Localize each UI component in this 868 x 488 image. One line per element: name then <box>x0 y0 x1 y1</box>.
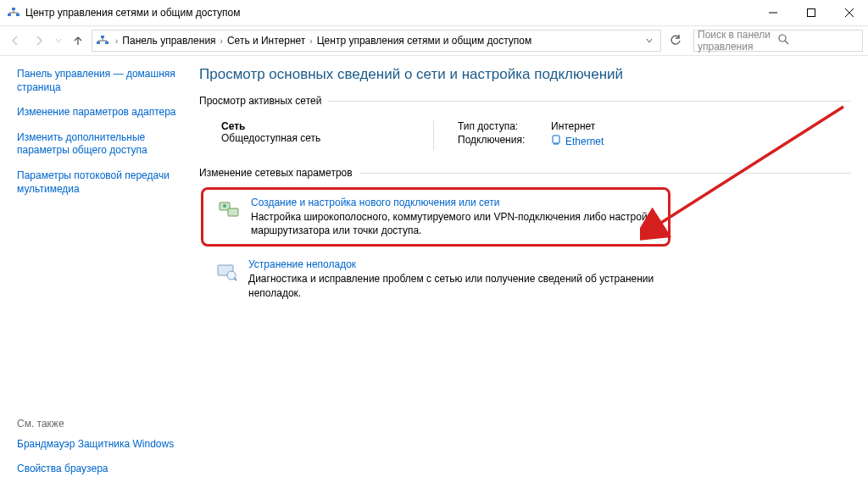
window-title: Центр управления сетями и общим доступом <box>25 7 754 19</box>
breadcrumb-history-dropdown[interactable] <box>642 36 657 45</box>
sidebar-link-advanced-sharing[interactable]: Изменить дополнительные параметры общего… <box>17 131 182 158</box>
breadcrumb-item[interactable]: Центр управления сетями и общим доступом <box>317 35 532 47</box>
breadcrumb-item[interactable]: Сеть и Интернет <box>227 35 305 47</box>
sidebar-link-internet-options[interactable]: Свойства браузера <box>17 463 182 476</box>
svg-rect-12 <box>553 136 559 143</box>
close-button[interactable] <box>830 0 868 25</box>
ethernet-icon <box>551 134 561 148</box>
svg-line-11 <box>785 41 788 44</box>
app-icon <box>7 6 20 19</box>
search-input[interactable]: Поиск в панели управления <box>693 30 863 52</box>
page-heading: Просмотр основных сведений о сети и наст… <box>199 66 851 83</box>
connection-link[interactable]: Ethernet <box>551 134 604 148</box>
chevron-right-icon: › <box>113 36 120 46</box>
task-title: Создание и настройка нового подключения … <box>251 197 658 208</box>
svg-rect-4 <box>807 9 815 17</box>
change-settings-label: Изменение сетевых параметров <box>199 167 851 179</box>
svg-rect-2 <box>12 8 15 10</box>
task-troubleshoot[interactable]: Устранение неполадок Диагностика и испра… <box>201 252 665 306</box>
nav-up-button[interactable] <box>68 30 88 51</box>
sidebar: Панель управления — домашняя страница Из… <box>0 56 191 488</box>
svg-rect-17 <box>228 208 238 216</box>
window-controls <box>754 0 868 25</box>
breadcrumb-item[interactable]: Панель управления <box>122 35 215 47</box>
svg-rect-0 <box>8 14 11 16</box>
svg-point-18 <box>223 204 226 208</box>
nav-forward-button[interactable] <box>29 30 49 51</box>
task-title: Устранение неполадок <box>248 258 655 270</box>
sidebar-link-firewall[interactable]: Брандмауэр Защитника Windows <box>17 438 182 452</box>
chevron-right-icon: › <box>218 36 225 46</box>
svg-line-21 <box>234 278 236 280</box>
nav-back-button[interactable] <box>5 30 25 51</box>
task-description: Диагностика и исправление проблем с сеть… <box>248 272 655 299</box>
main-content: Просмотр основных сведений о сети и наст… <box>191 56 868 488</box>
svg-point-10 <box>779 35 786 42</box>
sidebar-link-media-streaming[interactable]: Параметры потоковой передачи мультимедиа <box>17 169 182 196</box>
minimize-button[interactable] <box>754 0 792 25</box>
see-also-label: См. также <box>17 418 182 430</box>
active-networks-label: Просмотр активных сетей <box>199 95 851 107</box>
breadcrumb-icon <box>96 34 109 47</box>
sidebar-link-home[interactable]: Панель управления — домашняя страница <box>17 68 182 94</box>
connections-label: Подключения: <box>458 134 551 148</box>
network-type: Общедоступная сеть <box>221 132 433 144</box>
troubleshoot-icon <box>214 260 238 284</box>
task-new-connection[interactable]: Создание и настройка нового подключения … <box>201 187 670 247</box>
active-network-row: Сеть Общедоступная сеть Тип доступа: Инт… <box>199 115 851 162</box>
network-name: Сеть <box>221 120 433 132</box>
search-placeholder: Поиск в панели управления <box>698 29 778 53</box>
nav-recent-dropdown[interactable] <box>53 30 64 51</box>
svg-rect-7 <box>97 42 100 44</box>
task-description: Настройка широкополосного, коммутируемог… <box>251 210 658 237</box>
search-icon <box>778 34 859 47</box>
title-bar: Центр управления сетями и общим доступом <box>0 0 868 26</box>
access-type-value: Интернет <box>551 120 595 132</box>
sidebar-link-adapter-settings[interactable]: Изменение параметров адаптера <box>17 106 182 119</box>
connection-wizard-icon <box>217 198 241 222</box>
refresh-button[interactable] <box>665 30 687 52</box>
access-type-label: Тип доступа: <box>458 120 551 132</box>
svg-rect-1 <box>16 14 19 16</box>
maximize-button[interactable] <box>792 0 830 25</box>
svg-rect-9 <box>101 36 104 38</box>
breadcrumb[interactable]: › Панель управления › Сеть и Интернет › … <box>92 30 661 52</box>
chevron-right-icon: › <box>307 36 314 46</box>
nav-bar: › Панель управления › Сеть и Интернет › … <box>0 26 868 56</box>
svg-rect-8 <box>105 42 108 44</box>
